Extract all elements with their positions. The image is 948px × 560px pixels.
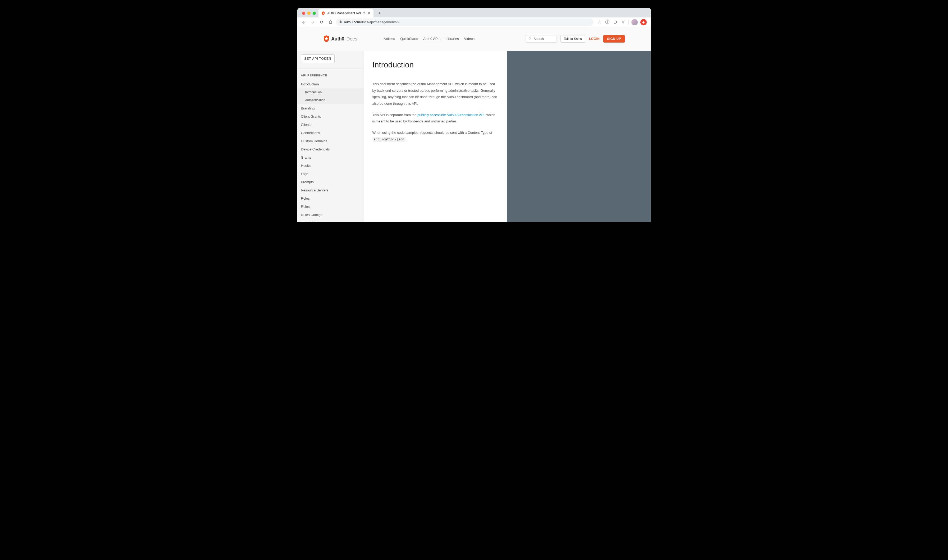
nav-videos[interactable]: Videos: [464, 36, 475, 42]
sidebar-item-resource-servers[interactable]: Resource Servers: [297, 186, 364, 194]
reload-button[interactable]: [318, 18, 325, 26]
maximize-window-button[interactable]: [312, 12, 316, 15]
nav-auth0-apis[interactable]: Auth0 APIs: [423, 36, 440, 42]
sidebar-item-prompts[interactable]: Prompts: [297, 178, 364, 186]
sidebar: SET API TOKEN API REFERENCE Introduction…: [297, 51, 364, 222]
paragraph-1: This document describes the Auth0 Manage…: [372, 81, 498, 107]
minimize-window-button[interactable]: [307, 12, 311, 15]
address-bar: auth0.com/docs/api/management/v2 ☆ ⓘ V ◆: [297, 17, 651, 27]
api-reference-heading: API REFERENCE: [297, 72, 364, 80]
auth0-favicon-icon: [321, 11, 325, 15]
sidebar-item-connections[interactable]: Connections: [297, 129, 364, 137]
window-controls: [299, 12, 319, 17]
svg-point-0: [529, 37, 531, 39]
sidebar-item-custom-domains[interactable]: Custom Domains: [297, 137, 364, 145]
forward-button[interactable]: [309, 18, 316, 26]
browser-window: Auth0 Management API v2 ✕ + auth0.com/do…: [297, 8, 651, 222]
docs-label: Docs: [346, 36, 357, 42]
talk-to-sales-button[interactable]: Talk to Sales: [560, 35, 585, 43]
sidebar-item-grants[interactable]: Grants: [297, 153, 364, 162]
tab-title: Auth0 Management API v2: [328, 11, 365, 15]
sidebar-item-introduction[interactable]: Introduction: [297, 80, 364, 88]
sidebar-item-device-credentials[interactable]: Device Credentials: [297, 145, 364, 153]
sidebar-item-hooks[interactable]: Hooks: [297, 162, 364, 170]
toolbar-icons: ☆ ⓘ V ◆: [595, 19, 648, 25]
article: Introduction This document describes the…: [364, 51, 507, 222]
extension-icon[interactable]: ◆: [640, 19, 647, 25]
v-extension-icon[interactable]: V: [620, 20, 626, 25]
sidebar-item-rules-configs[interactable]: Rules Configs: [297, 211, 364, 219]
separator: [628, 20, 629, 25]
nav-libraries[interactable]: Libraries: [446, 36, 459, 42]
login-button[interactable]: LOGIN: [589, 37, 600, 41]
sidebar-item-branding[interactable]: Branding: [297, 104, 364, 112]
search-input[interactable]: [534, 37, 554, 41]
paragraph-3: When using the code samples, requests sh…: [372, 129, 498, 143]
profile-avatar[interactable]: [631, 19, 638, 25]
main-area: SET API TOKEN API REFERENCE Introduction…: [297, 51, 651, 222]
search-box[interactable]: [526, 35, 557, 43]
star-icon[interactable]: ☆: [597, 20, 602, 25]
page-content: Auth0 Docs Articles QuickStarts Auth0 AP…: [297, 27, 651, 222]
brand-text: Auth0: [331, 36, 345, 42]
sidebar-item-user-blocks[interactable]: User Blocks: [297, 219, 364, 222]
tab-bar: Auth0 Management API v2 ✕ +: [297, 8, 651, 17]
content-type-code: application/json: [372, 137, 406, 142]
close-tab-icon[interactable]: ✕: [367, 11, 371, 15]
search-icon: [528, 37, 532, 41]
lock-icon: [339, 20, 342, 24]
url-text: auth0.com/docs/api/management/v2: [344, 20, 400, 24]
back-button[interactable]: [300, 18, 307, 26]
paragraph-2: This API is separate from the publicly a…: [372, 112, 498, 125]
logo-area[interactable]: Auth0 Docs: [323, 35, 357, 42]
authentication-api-link[interactable]: publicly accessible Auth0 Authentication…: [417, 113, 485, 117]
browser-tab[interactable]: Auth0 Management API v2 ✕: [319, 9, 374, 17]
code-panel: [507, 51, 651, 222]
sidebar-sub-authentication[interactable]: Authentication: [297, 96, 364, 104]
nav-menu: Articles QuickStarts Auth0 APIs Librarie…: [384, 36, 475, 42]
page-header: Auth0 Docs Articles QuickStarts Auth0 AP…: [297, 27, 651, 51]
sidebar-item-client-grants[interactable]: Client Grants: [297, 112, 364, 121]
sidebar-item-rules[interactable]: Rules: [297, 203, 364, 211]
new-tab-button[interactable]: +: [376, 9, 383, 17]
page-title: Introduction: [372, 60, 498, 69]
close-window-button[interactable]: [302, 12, 305, 15]
svg-line-1: [530, 39, 531, 40]
sidebar-item-logs[interactable]: Logs: [297, 170, 364, 178]
nav-quickstarts[interactable]: QuickStarts: [400, 36, 418, 42]
nav-articles[interactable]: Articles: [384, 36, 395, 42]
sidebar-item-roles[interactable]: Roles: [297, 194, 364, 203]
sidebar-sub-introduction[interactable]: Introduction: [297, 88, 364, 96]
info-icon[interactable]: ⓘ: [605, 20, 610, 25]
shield-icon[interactable]: [613, 20, 618, 25]
signup-button[interactable]: SIGN UP: [603, 35, 625, 43]
home-button[interactable]: [327, 18, 334, 26]
set-api-token-button[interactable]: SET API TOKEN: [301, 54, 335, 63]
url-bar[interactable]: auth0.com/docs/api/management/v2: [336, 18, 594, 26]
auth0-logo-icon: [323, 35, 329, 42]
sidebar-item-clients[interactable]: Clients: [297, 121, 364, 129]
